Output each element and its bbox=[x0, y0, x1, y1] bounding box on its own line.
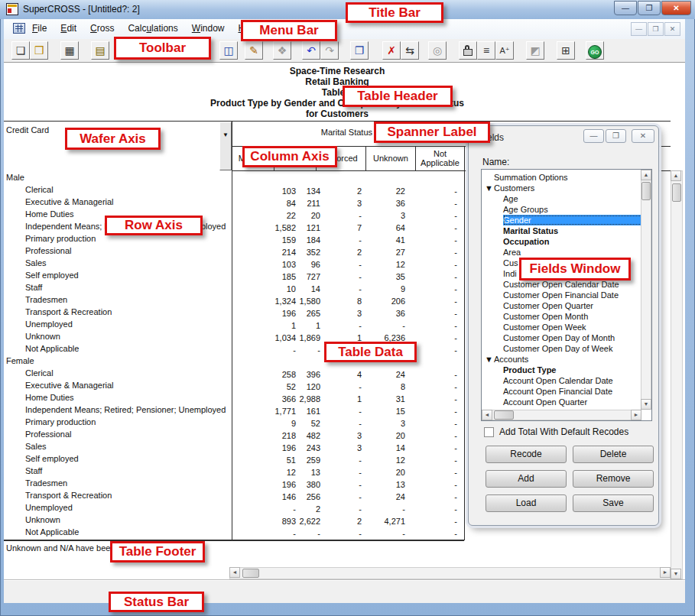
table-cell[interactable]: 3 bbox=[323, 430, 364, 442]
table-cell[interactable]: 218 bbox=[232, 430, 298, 442]
table-cell[interactable]: - bbox=[298, 527, 323, 540]
table-cell[interactable]: - bbox=[408, 478, 460, 491]
table-cell[interactable]: - bbox=[408, 515, 460, 527]
table-cell[interactable]: - bbox=[408, 222, 460, 234]
table-cell[interactable]: 52 bbox=[298, 417, 323, 430]
table-cell[interactable]: 1,869 bbox=[298, 332, 323, 344]
column-header[interactable]: Not Applicable bbox=[415, 146, 464, 170]
table-cell[interactable]: 52 bbox=[232, 381, 298, 393]
table-cell[interactable]: 196 bbox=[232, 478, 298, 491]
scroll-down-icon[interactable]: ▼ bbox=[671, 569, 681, 579]
fields-list[interactable]: Summation OptionsCustomers▼AgeAge Groups… bbox=[481, 169, 652, 421]
table-cell[interactable]: - bbox=[364, 319, 408, 332]
recode-button[interactable]: Recode bbox=[486, 446, 567, 463]
scroll-thumb[interactable] bbox=[494, 410, 514, 420]
table-cell[interactable]: 27 bbox=[364, 246, 408, 258]
table-cell[interactable]: 103 bbox=[232, 185, 298, 197]
table-cell[interactable]: 184 bbox=[298, 234, 323, 246]
row-label[interactable]: Tradesmen bbox=[25, 478, 67, 488]
row-label[interactable]: Staff bbox=[25, 466, 42, 475]
table-cell[interactable]: 36 bbox=[364, 197, 408, 209]
table-cell[interactable]: 8 bbox=[323, 295, 364, 307]
field-item-customer-open-financial-date[interactable]: Customer Open Financial Date bbox=[503, 290, 650, 300]
field-item-account-open-calendar-date[interactable]: Account Open Calendar Date bbox=[503, 375, 650, 386]
table-cell[interactable]: - bbox=[323, 283, 364, 295]
row-label[interactable]: Professional bbox=[25, 246, 72, 255]
table-cell[interactable]: 1,324 bbox=[232, 295, 298, 307]
table-cell[interactable]: - bbox=[408, 209, 460, 222]
table-cell[interactable]: - bbox=[323, 491, 364, 503]
field-item-customer-open-calendar-date[interactable]: Customer Open Calendar Date bbox=[503, 279, 650, 290]
table-cell[interactable]: 2,622 bbox=[298, 515, 323, 527]
add-button[interactable]: Add bbox=[486, 470, 567, 488]
row-label[interactable]: Unemployed bbox=[25, 503, 73, 512]
table-cell[interactable]: 9 bbox=[232, 417, 298, 430]
table-cell[interactable]: - bbox=[323, 466, 364, 478]
table-cell[interactable]: 211 bbox=[298, 197, 323, 209]
table-cell[interactable]: 396 bbox=[298, 368, 323, 381]
scroll-thumb[interactable] bbox=[641, 182, 651, 200]
wafer-dropdown-button[interactable]: ▼ bbox=[219, 122, 232, 170]
table-cell[interactable]: - bbox=[408, 527, 460, 540]
field-item-account-open-quarter[interactable]: Account Open Quarter bbox=[503, 397, 650, 407]
table-cell[interactable]: 12 bbox=[364, 258, 408, 271]
table-cell[interactable]: 1,580 bbox=[298, 295, 323, 307]
table-cell[interactable]: 14 bbox=[364, 442, 408, 454]
table-cell[interactable]: - bbox=[323, 527, 364, 540]
table-cell[interactable]: 22 bbox=[364, 185, 408, 197]
scroll-thumb[interactable] bbox=[242, 569, 259, 578]
row-label[interactable]: Unknown bbox=[25, 332, 60, 341]
table-cell[interactable]: 1 bbox=[323, 393, 364, 405]
field-item-age[interactable]: Age bbox=[503, 193, 650, 204]
table-cell[interactable]: - bbox=[408, 271, 460, 283]
scroll-down-icon[interactable]: ▼ bbox=[641, 399, 651, 410]
delete-button[interactable]: Delete bbox=[573, 446, 654, 463]
scroll-right-icon[interactable]: ► bbox=[660, 567, 671, 578]
table-cell[interactable]: 2 bbox=[298, 503, 323, 515]
row-label[interactable]: Home Duties bbox=[25, 209, 74, 219]
table-cell[interactable]: 13 bbox=[298, 466, 323, 478]
table-cell[interactable]: 41 bbox=[364, 234, 408, 246]
fields-list-hscrollbar[interactable]: ◄ ► bbox=[482, 410, 641, 420]
row-label[interactable]: Self employed bbox=[25, 454, 79, 463]
field-item-summation-options[interactable]: Summation Options bbox=[494, 172, 641, 183]
row-label[interactable]: Independent Means; Retired; Pensioner; U… bbox=[25, 405, 226, 414]
table-cell[interactable]: 7 bbox=[323, 222, 364, 234]
table-cell[interactable]: - bbox=[232, 344, 298, 356]
row-label[interactable]: Sales bbox=[25, 258, 47, 267]
row-label[interactable]: Primary production bbox=[25, 417, 96, 426]
add-total-checkbox[interactable] bbox=[484, 427, 494, 437]
table-cell[interactable]: - bbox=[408, 417, 460, 430]
table-cell[interactable]: 121 bbox=[298, 222, 323, 234]
fields-minimize-icon[interactable]: — bbox=[583, 129, 604, 143]
table-cell[interactable]: - bbox=[298, 344, 323, 356]
table-cell[interactable]: 185 bbox=[232, 271, 298, 283]
table-cell[interactable]: 9 bbox=[364, 283, 408, 295]
table-cell[interactable]: - bbox=[232, 527, 298, 540]
table-cell[interactable]: 214 bbox=[232, 246, 298, 258]
field-item-age-groups[interactable]: Age Groups bbox=[503, 204, 650, 215]
table-cell[interactable]: - bbox=[323, 405, 364, 417]
table-cell[interactable]: - bbox=[408, 185, 460, 197]
table-cell[interactable]: - bbox=[323, 478, 364, 491]
table-cell[interactable]: 146 bbox=[232, 491, 298, 503]
table-cell[interactable]: 1,034 bbox=[232, 332, 298, 344]
table-cell[interactable]: - bbox=[323, 319, 364, 332]
table-cell[interactable]: - bbox=[364, 527, 408, 540]
table-cell[interactable]: 206 bbox=[364, 295, 408, 307]
table-cell[interactable]: 96 bbox=[298, 258, 323, 271]
table-cell[interactable]: 20 bbox=[364, 430, 408, 442]
table-cell[interactable]: 482 bbox=[298, 430, 323, 442]
table-cell[interactable]: - bbox=[408, 234, 460, 246]
table-cell[interactable]: 2,988 bbox=[298, 393, 323, 405]
table-cell[interactable]: - bbox=[323, 503, 364, 515]
row-label[interactable]: Executive & Managerial bbox=[25, 197, 114, 206]
table-cell[interactable]: 3 bbox=[364, 209, 408, 222]
table-cell[interactable]: - bbox=[408, 258, 460, 271]
table-cell[interactable]: 24 bbox=[364, 368, 408, 381]
table-cell[interactable]: 12 bbox=[232, 466, 298, 478]
table-cell[interactable]: - bbox=[323, 258, 364, 271]
row-group-label[interactable]: Female bbox=[6, 356, 34, 365]
row-label[interactable]: Not Applicable bbox=[25, 344, 79, 353]
fields-restore-icon[interactable]: ❐ bbox=[606, 129, 626, 143]
